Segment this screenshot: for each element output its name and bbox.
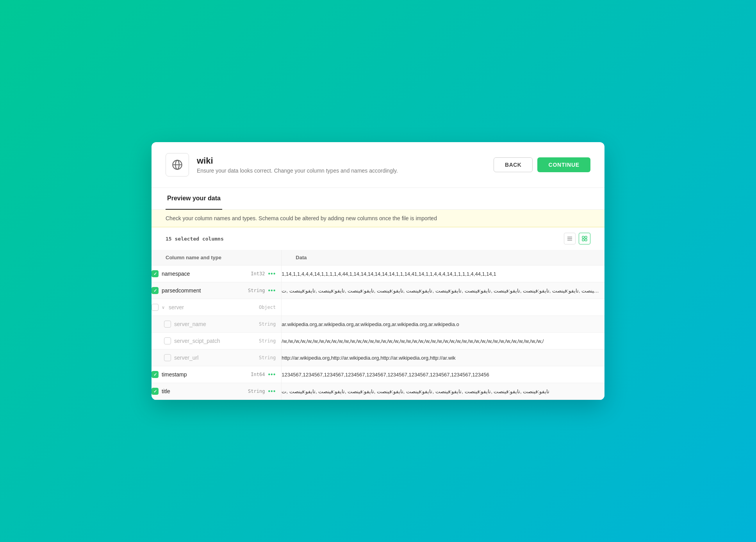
row-checkbox-4[interactable] (164, 337, 171, 344)
col-data-2 (282, 299, 604, 316)
table-row: parsedcommentString •••تايفو:فينصت ,تايف… (152, 282, 604, 299)
header: wiki Ensure your data looks correct. Cha… (152, 142, 604, 188)
col-data-4: /w,/w,/w,/w,/w,/w,/w,/w,/w,/w,/w,/w,/w,/… (282, 333, 604, 349)
type-badge-6: Int64 (251, 372, 265, 377)
main-modal: wiki Ensure your data looks correct. Cha… (152, 142, 604, 400)
list-view-button[interactable] (564, 233, 576, 244)
options-dots-0[interactable]: ••• (268, 270, 276, 277)
type-badge-5: String (259, 355, 276, 360)
options-dots-1[interactable]: ••• (268, 287, 276, 294)
col-data-1: تايفو:فينصت ,تايفو:فينصت ,تايفو:فينصت ,ت… (282, 282, 604, 299)
svg-rect-8 (582, 239, 584, 241)
row-checkbox-3[interactable] (164, 321, 171, 328)
col-name-label-7: title (162, 388, 170, 394)
table-row: timestampInt64 •••1234567,1234567,123456… (152, 366, 604, 383)
col-data-6: 1234567,1234567,1234567,1234567,1234567,… (282, 366, 604, 383)
col-name-label-4: server_scipt_patch (174, 338, 220, 344)
col-name-cell-4: server_scipt_patchString (152, 333, 282, 349)
col-name-cell-5: server_urlString (152, 349, 282, 366)
row-checkbox-2[interactable] (152, 304, 159, 311)
table-row: namespaceInt32 •••1,14,1,1,4,4,4,14,1,1,… (152, 266, 604, 282)
column-count: 15 selected columns (166, 236, 224, 242)
header-actions: BACK CONTINUE (494, 157, 590, 172)
options-dots-7[interactable]: ••• (268, 388, 276, 395)
row-checkbox-1[interactable] (152, 287, 159, 294)
app-subtitle: Ensure your data looks correct. Change y… (197, 168, 486, 174)
col-name-cell-1: parsedcommentString ••• (152, 282, 282, 299)
col-header-data: Data (282, 250, 604, 266)
header-text: wiki Ensure your data looks correct. Cha… (197, 156, 486, 174)
type-badge-7: String (248, 389, 265, 394)
svg-rect-9 (585, 239, 587, 241)
app-title: wiki (197, 156, 486, 166)
expand-icon-2[interactable]: ∨ (162, 305, 165, 310)
svg-rect-7 (585, 236, 587, 238)
view-toggles (564, 233, 590, 244)
table-row: server_nameStringar.wikipedia.org,ar.wik… (152, 316, 604, 333)
type-badge-2: Object (259, 305, 276, 310)
col-name-label-1: parsedcomment (162, 287, 201, 294)
notice-text: Check your column names and types. Schem… (166, 215, 437, 221)
row-checkbox-7[interactable] (152, 388, 159, 395)
notice-banner: Check your column names and types. Schem… (152, 210, 604, 227)
wiki-icon (166, 153, 189, 177)
continue-button[interactable]: CONTINUE (537, 157, 590, 172)
row-checkbox-5[interactable] (164, 354, 171, 361)
col-name-label-3: server_name (174, 321, 206, 327)
col-data-3: ar.wikipedia.org,ar.wikipedia.org,ar.wik… (282, 316, 604, 333)
col-header-name: Column name and type (152, 250, 282, 266)
col-name-cell-0: namespaceInt32 ••• (152, 266, 282, 282)
col-name-cell-2: ∨serverObject (152, 299, 282, 316)
grid-view-button[interactable] (579, 233, 590, 244)
tab-bar: Preview your data (152, 188, 604, 210)
options-dots-6[interactable]: ••• (268, 371, 276, 378)
table-row: server_urlStringhttp://ar.wikipedia.org,… (152, 349, 604, 366)
col-name-cell-6: timestampInt64 ••• (152, 366, 282, 383)
col-name-cell-3: server_nameString (152, 316, 282, 333)
svg-rect-6 (582, 236, 584, 238)
type-badge-3: String (259, 321, 276, 327)
back-button[interactable]: BACK (494, 157, 533, 172)
table-row: server_scipt_patchString/w,/w,/w,/w,/w,/… (152, 333, 604, 349)
col-name-label-5: server_url (174, 355, 198, 361)
col-name-label-2: server (169, 304, 184, 310)
data-table: Column name and type Data namespaceInt32… (152, 250, 604, 400)
table-row: titleString •••تايفو:فينصت ,تايفو:فينصت … (152, 383, 604, 400)
type-badge-4: String (259, 338, 276, 344)
col-data-5: http://ar.wikipedia.org,http://ar.wikipe… (282, 349, 604, 366)
col-data-0: 1,14,1,1,4,4,4,14,1,1,1,1,4,44,1,14,14,1… (282, 266, 604, 282)
table-row: ∨serverObject (152, 299, 604, 316)
type-badge-0: Int32 (251, 271, 265, 276)
col-name-label-6: timestamp (162, 371, 187, 378)
table-toolbar: 15 selected columns (152, 227, 604, 250)
preview-tab[interactable]: Preview your data (166, 188, 222, 210)
row-checkbox-0[interactable] (152, 270, 159, 277)
col-data-7: تايفو:فينصت ,تايفو:فينصت ,تايفو:فينصت ,ت… (282, 383, 604, 400)
row-checkbox-6[interactable] (152, 371, 159, 378)
col-name-cell-7: titleString ••• (152, 383, 282, 400)
col-name-label-0: namespace (162, 271, 190, 277)
type-badge-1: String (248, 288, 265, 293)
